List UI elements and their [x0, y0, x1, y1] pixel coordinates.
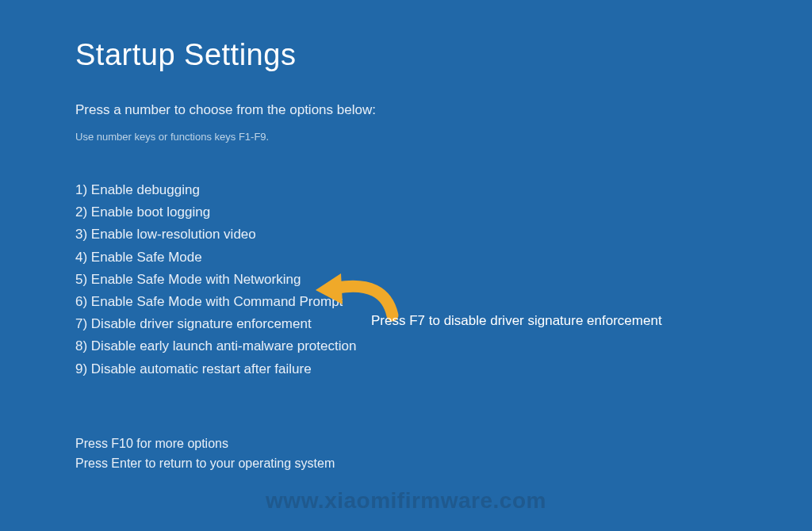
option-2[interactable]: 2) Enable boot logging [75, 201, 737, 223]
option-1[interactable]: 1) Enable debugging [75, 179, 737, 201]
option-4[interactable]: 4) Enable Safe Mode [75, 246, 737, 268]
options-list: 1) Enable debugging 2) Enable boot loggi… [75, 179, 737, 380]
instruction-text: Press a number to choose from the option… [75, 102, 737, 118]
startup-settings-screen: Startup Settings Press a number to choos… [0, 0, 812, 474]
option-9[interactable]: 9) Disable automatic restart after failu… [75, 358, 737, 380]
footer-return: Press Enter to return to your operating … [75, 453, 737, 474]
footer-more-options: Press F10 for more options [75, 434, 737, 454]
footer: Press F10 for more options Press Enter t… [75, 434, 737, 474]
option-5[interactable]: 5) Enable Safe Mode with Networking [75, 269, 737, 290]
option-8[interactable]: 8) Disable early launch anti-malware pro… [75, 335, 737, 357]
watermark: www.xiaomifirmware.com [266, 488, 546, 514]
option-6[interactable]: 6) Enable Safe Mode with Command Prompt [75, 291, 737, 312]
hint-text: Use number keys or functions keys F1-F9. [75, 131, 737, 143]
page-title: Startup Settings [75, 38, 737, 72]
annotation-text: Press F7 to disable driver signature enf… [371, 313, 662, 329]
option-3[interactable]: 3) Enable low-resolution video [75, 223, 737, 245]
